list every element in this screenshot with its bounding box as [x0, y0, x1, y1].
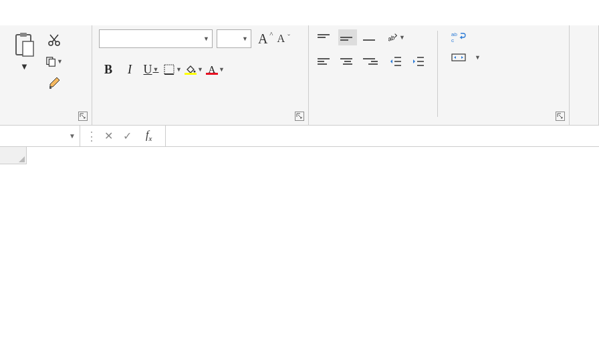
- underline-button[interactable]: U▼: [142, 60, 160, 79]
- clipboard-icon: [13, 32, 35, 59]
- svg-rect-1: [20, 33, 27, 37]
- align-bottom-button[interactable]: [361, 29, 380, 45]
- fill-color-button[interactable]: ▼: [185, 60, 203, 79]
- paintbrush-icon: [47, 76, 61, 89]
- dialog-launcher-font[interactable]: [295, 112, 304, 121]
- indent-icon: [412, 55, 425, 67]
- chevron-down-icon: ▼: [153, 66, 159, 73]
- outdent-icon: [389, 55, 402, 67]
- dialog-launcher-clipboard[interactable]: [78, 112, 88, 121]
- accept-formula-button[interactable]: ✓: [119, 130, 135, 142]
- chevron-down-icon: ▼: [242, 35, 248, 42]
- font-size-select[interactable]: ▼: [217, 29, 251, 48]
- chevron-down-icon: ▼: [57, 58, 63, 65]
- orientation-icon: ab: [386, 31, 398, 44]
- clipboard-side-buttons: ▼: [45, 29, 63, 118]
- svg-rect-2: [23, 41, 33, 56]
- fx-button[interactable]: fx: [138, 129, 160, 142]
- decrease-indent-button[interactable]: [386, 53, 405, 69]
- align-right-button[interactable]: [361, 53, 380, 69]
- chevron-down-icon: ▼: [197, 66, 203, 73]
- orientation-button[interactable]: ab ▼: [386, 29, 405, 45]
- svg-rect-9: [49, 86, 51, 89]
- name-box[interactable]: ▼: [0, 126, 80, 146]
- align-top-button[interactable]: [316, 29, 334, 45]
- decrease-font-button[interactable]: Aˇ: [274, 33, 287, 45]
- align-left-button[interactable]: [316, 53, 334, 69]
- ribbon: ▼ ▼ ▼: [0, 25, 599, 126]
- ribbon-group-alignment: ab ▼ abc: [309, 25, 570, 125]
- menu-bar: [0, 0, 599, 25]
- border-icon: [163, 63, 175, 75]
- align-middle-button[interactable]: [338, 29, 357, 45]
- merge-center-button[interactable]: ▼: [451, 52, 481, 63]
- increase-indent-button[interactable]: [409, 53, 428, 69]
- merge-icon: [451, 52, 466, 63]
- group-label-alignment: [316, 118, 562, 125]
- increase-font-button[interactable]: A^: [255, 31, 270, 47]
- svg-text:ab: ab: [387, 34, 396, 43]
- italic-button[interactable]: I: [120, 60, 139, 79]
- wrap-text-button[interactable]: abc: [451, 31, 481, 43]
- name-box-input[interactable]: [0, 126, 65, 146]
- chevron-down-icon: ▼: [176, 66, 182, 73]
- format-painter-button[interactable]: [45, 75, 63, 91]
- ribbon-group-font: ▼ ▼ A^ Aˇ B I U▼ ▼: [92, 25, 309, 125]
- font-name-select[interactable]: ▼: [99, 29, 213, 48]
- scissors-icon: [47, 33, 61, 47]
- paste-button[interactable]: ▼: [7, 29, 41, 118]
- ribbon-group-clipboard: ▼ ▼: [0, 25, 92, 125]
- chevron-down-icon: ▼: [203, 35, 209, 42]
- svg-text:ab: ab: [451, 31, 457, 37]
- cancel-formula-button[interactable]: ✕: [100, 130, 116, 142]
- bold-button[interactable]: B: [99, 60, 118, 79]
- chevron-down-icon: ▼: [475, 54, 481, 61]
- select-all-corner[interactable]: [0, 147, 27, 164]
- wrap-icon: abc: [451, 31, 466, 43]
- cut-button[interactable]: [45, 32, 63, 48]
- dialog-launcher-alignment[interactable]: [556, 112, 565, 121]
- group-label-clipboard: [7, 118, 85, 125]
- svg-rect-8: [49, 59, 55, 66]
- svg-text:c: c: [451, 37, 454, 43]
- font-color-button[interactable]: A ▼: [206, 60, 225, 79]
- copy-icon: [45, 55, 56, 67]
- svg-rect-10: [164, 65, 174, 74]
- chevron-down-icon: ▼: [399, 34, 405, 41]
- chevron-down-icon[interactable]: ▼: [65, 132, 80, 140]
- spreadsheet-grid[interactable]: [0, 147, 599, 364]
- chevron-down-icon: ▼: [219, 66, 225, 73]
- copy-button[interactable]: ▼: [45, 53, 63, 69]
- ribbon-group-number-partial: [570, 25, 599, 125]
- border-button[interactable]: ▼: [163, 60, 182, 79]
- formula-bar: ▼ ⋮ ✕ ✓ fx: [0, 126, 599, 147]
- formula-bar-buttons: ⋮ ✕ ✓ fx: [80, 126, 166, 146]
- chevron-down-icon: ▼: [20, 61, 29, 71]
- align-center-button[interactable]: [338, 53, 357, 69]
- group-label-font: [99, 118, 302, 125]
